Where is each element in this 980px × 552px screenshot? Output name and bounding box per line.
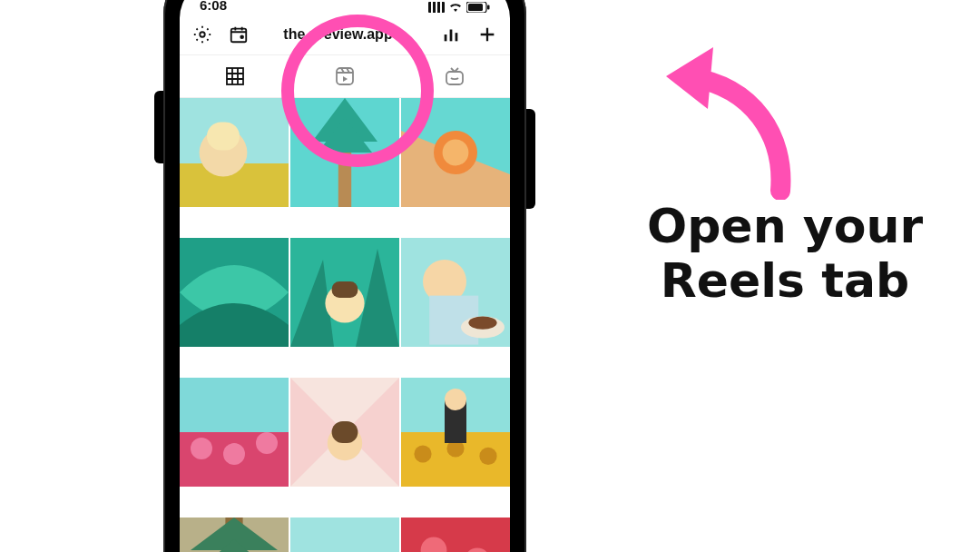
- svg-point-29: [468, 316, 496, 329]
- svg-rect-9: [227, 68, 243, 84]
- feed-grid: [180, 98, 510, 552]
- feed-thumb[interactable]: [401, 378, 510, 487]
- svg-rect-4: [231, 29, 247, 43]
- content-tabs: [180, 55, 510, 98]
- svg-point-32: [191, 438, 212, 459]
- svg-rect-47: [290, 518, 399, 552]
- svg-rect-8: [456, 33, 458, 41]
- instruction-text: Open your Reels tab: [635, 200, 935, 309]
- feed-thumb[interactable]: [290, 518, 399, 552]
- feed-thumb[interactable]: [180, 238, 289, 347]
- phone-frame: 6:08: [163, 0, 526, 552]
- feed-thumb[interactable]: [180, 378, 289, 487]
- signal-icon: [428, 2, 445, 13]
- svg-point-3: [200, 32, 205, 37]
- app-toolbar: the.preview.app: [180, 15, 510, 55]
- instruction-arrow: [635, 36, 817, 203]
- svg-point-34: [256, 432, 278, 454]
- svg-rect-2: [487, 5, 490, 10]
- username-label: the.preview.app: [283, 26, 392, 43]
- username-dropdown[interactable]: the.preview.app: [283, 26, 406, 43]
- status-time: 6:08: [200, 0, 227, 13]
- instruction-line-1: Open your: [635, 200, 935, 254]
- battery-icon: [466, 2, 490, 13]
- svg-rect-1: [468, 4, 483, 11]
- svg-rect-11: [446, 72, 463, 84]
- svg-point-33: [223, 443, 245, 465]
- status-indicators: [428, 2, 490, 13]
- svg-rect-7: [450, 30, 453, 42]
- calendar-icon[interactable]: [229, 25, 249, 44]
- svg-rect-24: [332, 281, 358, 298]
- instruction-line-2: Reels tab: [635, 254, 935, 309]
- phone-screen: 6:08: [180, 0, 510, 552]
- gear-icon[interactable]: [192, 25, 212, 44]
- svg-rect-10: [337, 68, 353, 84]
- svg-point-20: [443, 140, 469, 166]
- feed-thumb[interactable]: [290, 378, 399, 487]
- plus-icon[interactable]: [477, 25, 497, 44]
- tab-reels[interactable]: [290, 65, 399, 87]
- svg-rect-6: [445, 34, 447, 41]
- status-bar: 6:08: [180, 0, 510, 15]
- feed-thumb[interactable]: [290, 98, 399, 207]
- svg-rect-15: [207, 122, 240, 150]
- tab-grid[interactable]: [181, 65, 289, 87]
- svg-rect-37: [332, 421, 358, 443]
- wifi-icon: [448, 2, 463, 13]
- feed-thumb[interactable]: [401, 98, 510, 207]
- feed-thumb[interactable]: [401, 518, 510, 552]
- chevron-down-icon: [396, 26, 407, 43]
- svg-point-44: [445, 389, 466, 410]
- tab-igtv[interactable]: [400, 65, 509, 87]
- svg-rect-30: [180, 378, 289, 432]
- feed-thumb[interactable]: [180, 98, 289, 207]
- svg-point-40: [414, 445, 431, 462]
- svg-point-5: [240, 35, 243, 38]
- svg-point-42: [479, 448, 496, 465]
- feed-thumb[interactable]: [290, 238, 399, 347]
- svg-rect-51: [401, 518, 510, 552]
- chart-icon[interactable]: [441, 25, 461, 44]
- feed-thumb[interactable]: [401, 238, 510, 347]
- feed-thumb[interactable]: [180, 518, 289, 552]
